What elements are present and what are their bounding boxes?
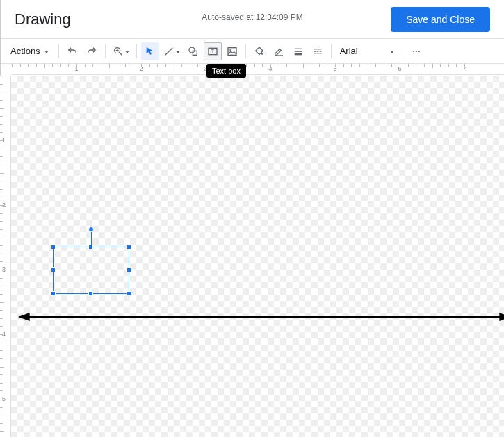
textbox-tool[interactable]: T — [204, 42, 222, 60]
autosave-status: Auto-saved at 12:34:09 PM — [202, 13, 302, 22]
separator — [136, 44, 137, 58]
resize-handle-s[interactable] — [88, 291, 93, 296]
svg-point-5 — [189, 47, 195, 53]
header: Drawing Auto-saved at 12:34:09 PM Save a… — [1, 0, 504, 39]
separator — [58, 44, 59, 58]
vertical-ruler: 12345 — [0, 76, 11, 437]
toolbar: Actions T Arial — [1, 39, 504, 64]
separator — [403, 44, 403, 58]
font-name-label: Arial — [340, 46, 386, 56]
svg-point-20 — [418, 50, 420, 51]
separator — [245, 44, 246, 58]
resize-handle-se[interactable] — [127, 291, 131, 296]
border-weight-button[interactable] — [289, 42, 307, 60]
zoom-icon — [113, 46, 124, 57]
resize-handle-sw[interactable] — [51, 291, 56, 296]
shape-tool[interactable] — [184, 42, 202, 60]
resize-handle-nw[interactable] — [51, 245, 56, 249]
svg-marker-23 — [499, 313, 504, 321]
double-arrow-line[interactable] — [18, 312, 504, 322]
line-icon — [163, 46, 174, 57]
font-selector[interactable]: Arial — [336, 42, 398, 60]
redo-icon — [86, 46, 97, 57]
svg-point-18 — [413, 50, 414, 51]
chevron-down-icon — [125, 46, 129, 56]
selected-textbox[interactable] — [53, 247, 129, 294]
textbox-icon: T — [207, 46, 218, 57]
svg-rect-9 — [228, 47, 236, 55]
fill-color-button[interactable] — [250, 42, 268, 60]
fill-icon — [254, 46, 265, 57]
horizontal-ruler: 1234567 — [12, 64, 504, 75]
svg-rect-11 — [275, 55, 283, 56]
select-tool[interactable] — [141, 42, 159, 60]
svg-rect-6 — [193, 51, 197, 55]
drawing-surface[interactable] — [11, 76, 504, 437]
select-icon — [145, 46, 156, 57]
page-title: Drawing — [15, 10, 71, 28]
tooltip: Text box — [206, 64, 246, 78]
shape-icon — [188, 46, 199, 57]
more-button[interactable] — [407, 42, 425, 60]
border-color-icon — [273, 46, 284, 57]
line-tool[interactable] — [161, 42, 183, 60]
undo-button[interactable] — [63, 42, 81, 60]
chevron-down-icon — [176, 46, 180, 56]
separator — [331, 44, 332, 58]
svg-marker-22 — [18, 313, 30, 321]
chevron-down-icon — [44, 46, 49, 56]
chevron-down-icon — [390, 46, 394, 56]
zoom-button[interactable] — [110, 42, 132, 60]
resize-handle-ne[interactable] — [127, 245, 131, 249]
svg-line-1 — [120, 53, 122, 55]
svg-text:T: T — [211, 48, 214, 54]
redo-button[interactable] — [83, 42, 101, 60]
border-dash-icon — [312, 46, 323, 57]
separator — [105, 44, 106, 58]
resize-handle-w[interactable] — [51, 267, 56, 272]
actions-label: Actions — [10, 46, 40, 56]
resize-handle-n[interactable] — [88, 245, 93, 249]
rotation-handle[interactable] — [88, 226, 94, 232]
svg-point-19 — [416, 50, 417, 51]
border-dash-button[interactable] — [309, 42, 327, 60]
image-tool[interactable] — [223, 42, 241, 60]
canvas[interactable] — [11, 76, 504, 437]
undo-icon — [67, 46, 78, 57]
image-icon — [227, 46, 238, 57]
rotation-connector — [91, 231, 92, 245]
resize-handle-e[interactable] — [127, 267, 131, 272]
more-icon — [411, 46, 422, 57]
svg-point-10 — [229, 49, 231, 51]
svg-line-4 — [165, 47, 172, 55]
border-color-button[interactable] — [270, 42, 288, 60]
save-and-close-button[interactable]: Save and Close — [391, 7, 490, 32]
actions-menu[interactable]: Actions — [5, 42, 54, 60]
border-weight-icon — [293, 46, 304, 57]
